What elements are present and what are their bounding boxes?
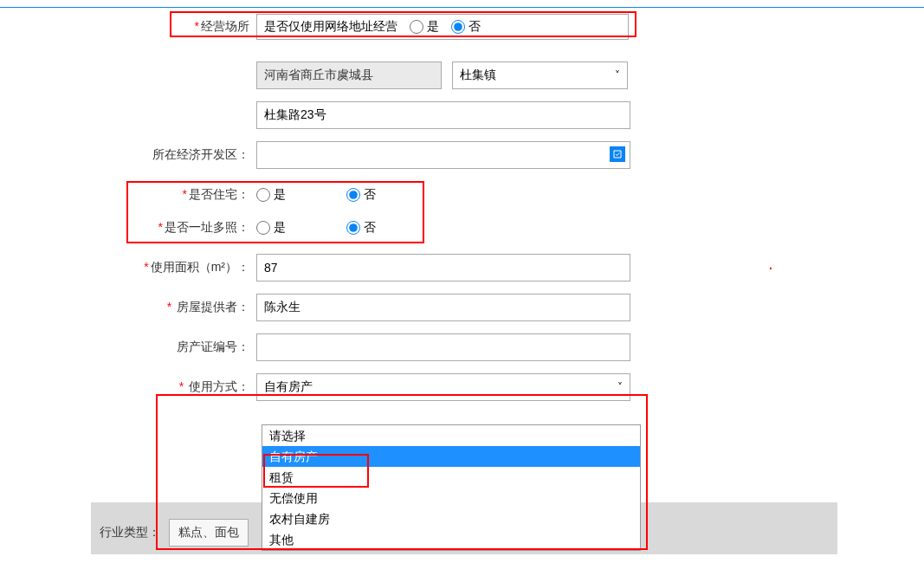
asterisk: * — [167, 300, 171, 314]
radio-residence-no-item: 否 — [346, 187, 376, 203]
asterisk: * — [179, 379, 184, 393]
radio-net-yes[interactable] — [410, 20, 423, 34]
radio-residence-no[interactable] — [346, 188, 360, 202]
label-dev-zone: 所在经济开发区： — [0, 147, 256, 163]
row-provider: * 房屋提供者： — [0, 293, 924, 322]
radio-label: 否 — [364, 220, 376, 236]
radio-label-yes: 是 — [427, 19, 439, 35]
row-cert: 房产证编号： — [0, 333, 924, 362]
region-group: 杜集镇 ˅ — [256, 61, 628, 89]
dropdown-option-selected[interactable]: 自有房产 — [262, 446, 640, 467]
top-blue-border — [0, 7, 924, 9]
radio-multi-no[interactable] — [346, 221, 360, 235]
industry-label: 行业类型： — [100, 525, 160, 540]
row-use-mode: * 使用方式： 自有房产 ˅ — [0, 372, 924, 402]
dropdown-option[interactable]: 租赁 — [262, 467, 640, 488]
radio-label: 否 — [364, 187, 376, 203]
radio-multi-yes[interactable] — [256, 221, 270, 235]
net-question-text: 是否仅使用网络地址经营 — [264, 19, 397, 35]
form-container: *经营场所 是否仅使用网络地址经营 是 否 杜集镇 ˅ — [0, 12, 924, 412]
asterisk: * — [195, 19, 199, 33]
asterisk: * — [158, 220, 163, 234]
radio-net-yes-item: 是 — [410, 19, 439, 35]
use-mode-select[interactable]: 自有房产 ˅ — [256, 373, 630, 401]
use-mode-dropdown-list: 请选择 自有房产 租赁 无偿使用 农村自建房 其他 — [262, 424, 641, 551]
residence-radio-group: 是 否 — [256, 187, 376, 203]
region-readonly — [256, 61, 442, 89]
radio-multi-no-item: 否 — [346, 220, 376, 236]
label-business-place: *经营场所 — [0, 19, 256, 35]
label-use-mode: * 使用方式： — [0, 379, 256, 395]
row-area: *使用面积（m²）： — [0, 253, 924, 282]
radio-multi-yes-item: 是 — [256, 220, 286, 236]
asterisk: * — [144, 260, 148, 274]
label-text: 是否住宅： — [189, 187, 249, 201]
radio-net-no[interactable] — [451, 20, 465, 34]
label-cert: 房产证编号： — [0, 340, 256, 355]
chevron-down-icon: ˅ — [615, 69, 620, 81]
radio-net-no-item: 否 — [451, 19, 481, 35]
industry-button[interactable]: 糕点、面包 — [169, 519, 249, 547]
dev-zone-input[interactable] — [256, 141, 630, 169]
address-input[interactable] — [256, 101, 630, 129]
dev-zone-wrapper — [256, 141, 630, 169]
radio-label: 是 — [274, 220, 286, 236]
multi-radio-group: 是 否 — [256, 220, 376, 236]
label-text: 是否一址多照： — [165, 220, 249, 234]
row-address — [0, 100, 924, 130]
net-question-group: 是否仅使用网络地址经营 是 否 — [256, 14, 629, 40]
area-input[interactable] — [256, 254, 630, 282]
radio-label-no: 否 — [468, 19, 481, 35]
label-text: 经营场所 — [201, 19, 249, 33]
town-select[interactable]: 杜集镇 ˅ — [452, 61, 628, 89]
dropdown-option[interactable]: 农村自建房 — [262, 508, 640, 529]
label-multi-license: *是否一址多照： — [0, 220, 256, 236]
cert-input[interactable] — [256, 333, 630, 361]
dropdown-option[interactable]: 请选择 — [262, 425, 640, 446]
dropdown-option[interactable]: 无偿使用 — [262, 488, 640, 508]
label-residence: *是否住宅： — [0, 187, 256, 203]
asterisk: * — [183, 187, 187, 201]
row-business-place: *经营场所 是否仅使用网络地址经营 是 否 — [0, 12, 924, 42]
label-text: 使用面积（m²）： — [151, 260, 249, 274]
row-multi-license: *是否一址多照： 是 否 — [0, 213, 924, 243]
label-text: 使用方式： — [189, 379, 249, 393]
label-text: 房屋提供者： — [177, 300, 249, 314]
label-area: *使用面积（m²）： — [0, 260, 256, 275]
town-select-value: 杜集镇 — [460, 68, 496, 83]
label-provider: * 房屋提供者： — [0, 300, 256, 315]
radio-residence-yes[interactable] — [256, 188, 270, 202]
provider-input[interactable] — [256, 294, 630, 321]
row-region: 杜集镇 ˅ — [0, 61, 924, 90]
row-dev-zone: 所在经济开发区： — [0, 140, 924, 170]
picker-icon[interactable] — [610, 146, 625, 162]
dropdown-option[interactable]: 其他 — [262, 529, 640, 550]
radio-residence-yes-item: 是 — [256, 187, 286, 203]
row-residence: *是否住宅： 是 否 — [0, 180, 924, 210]
chevron-down-icon: ˅ — [617, 381, 623, 393]
radio-label: 是 — [274, 187, 286, 203]
use-mode-value: 自有房产 — [264, 379, 313, 395]
